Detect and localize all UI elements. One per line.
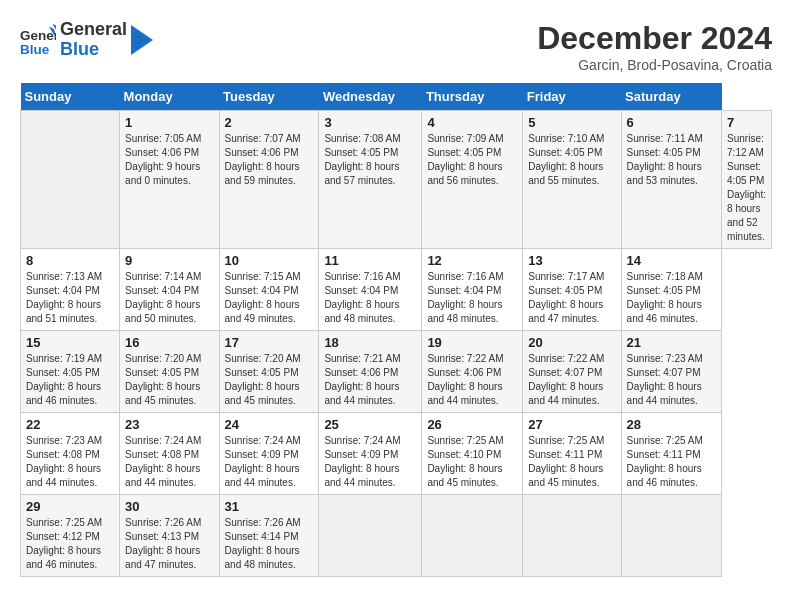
logo-blue-text: Blue (60, 40, 127, 60)
col-header-monday: Monday (120, 83, 219, 111)
day-number: 27 (528, 417, 615, 432)
col-header-sunday: Sunday (21, 83, 120, 111)
logo-arrow-icon (131, 25, 153, 55)
calendar-cell: 30 Sunrise: 7:26 AMSunset: 4:13 PMDaylig… (120, 495, 219, 577)
calendar-cell (621, 495, 721, 577)
calendar-cell: 27 Sunrise: 7:25 AMSunset: 4:11 PMDaylig… (523, 413, 621, 495)
calendar-cell (422, 495, 523, 577)
day-number: 28 (627, 417, 716, 432)
day-info: Sunrise: 7:18 AMSunset: 4:05 PMDaylight:… (627, 271, 703, 324)
day-info: Sunrise: 7:05 AMSunset: 4:06 PMDaylight:… (125, 133, 201, 186)
day-info: Sunrise: 7:12 AMSunset: 4:05 PMDaylight:… (727, 133, 766, 242)
calendar-cell: 11 Sunrise: 7:16 AMSunset: 4:04 PMDaylig… (319, 249, 422, 331)
day-info: Sunrise: 7:16 AMSunset: 4:04 PMDaylight:… (324, 271, 400, 324)
day-number: 5 (528, 115, 615, 130)
calendar-week-row: 1 Sunrise: 7:05 AMSunset: 4:06 PMDayligh… (21, 111, 772, 249)
day-info: Sunrise: 7:22 AMSunset: 4:07 PMDaylight:… (528, 353, 604, 406)
calendar-cell: 16 Sunrise: 7:20 AMSunset: 4:05 PMDaylig… (120, 331, 219, 413)
calendar-cell: 31 Sunrise: 7:26 AMSunset: 4:14 PMDaylig… (219, 495, 319, 577)
day-number: 19 (427, 335, 517, 350)
day-number: 30 (125, 499, 213, 514)
title-block: December 2024 Garcin, Brod-Posavina, Cro… (537, 20, 772, 73)
day-number: 15 (26, 335, 114, 350)
col-header-friday: Friday (523, 83, 621, 111)
calendar-cell: 23 Sunrise: 7:24 AMSunset: 4:08 PMDaylig… (120, 413, 219, 495)
calendar-cell: 24 Sunrise: 7:24 AMSunset: 4:09 PMDaylig… (219, 413, 319, 495)
logo: General Blue General Blue (20, 20, 153, 60)
day-number: 25 (324, 417, 416, 432)
day-info: Sunrise: 7:24 AMSunset: 4:09 PMDaylight:… (225, 435, 301, 488)
col-header-wednesday: Wednesday (319, 83, 422, 111)
day-number: 10 (225, 253, 314, 268)
calendar-week-row: 15 Sunrise: 7:19 AMSunset: 4:05 PMDaylig… (21, 331, 772, 413)
calendar-cell: 15 Sunrise: 7:19 AMSunset: 4:05 PMDaylig… (21, 331, 120, 413)
day-number: 9 (125, 253, 213, 268)
calendar-header-row: SundayMondayTuesdayWednesdayThursdayFrid… (21, 83, 772, 111)
day-info: Sunrise: 7:13 AMSunset: 4:04 PMDaylight:… (26, 271, 102, 324)
day-number: 7 (727, 115, 766, 130)
day-number: 22 (26, 417, 114, 432)
day-info: Sunrise: 7:21 AMSunset: 4:06 PMDaylight:… (324, 353, 400, 406)
day-number: 18 (324, 335, 416, 350)
day-info: Sunrise: 7:25 AMSunset: 4:11 PMDaylight:… (627, 435, 703, 488)
calendar-cell: 8 Sunrise: 7:13 AMSunset: 4:04 PMDayligh… (21, 249, 120, 331)
calendar-week-row: 29 Sunrise: 7:25 AMSunset: 4:12 PMDaylig… (21, 495, 772, 577)
calendar-cell: 21 Sunrise: 7:23 AMSunset: 4:07 PMDaylig… (621, 331, 721, 413)
day-info: Sunrise: 7:22 AMSunset: 4:06 PMDaylight:… (427, 353, 503, 406)
day-number: 6 (627, 115, 716, 130)
calendar-cell (523, 495, 621, 577)
calendar-cell (21, 111, 120, 249)
calendar-cell: 5 Sunrise: 7:10 AMSunset: 4:05 PMDayligh… (523, 111, 621, 249)
day-number: 12 (427, 253, 517, 268)
day-number: 16 (125, 335, 213, 350)
day-info: Sunrise: 7:25 AMSunset: 4:11 PMDaylight:… (528, 435, 604, 488)
logo-general-text: General (60, 20, 127, 40)
day-number: 17 (225, 335, 314, 350)
col-header-tuesday: Tuesday (219, 83, 319, 111)
calendar-cell: 12 Sunrise: 7:16 AMSunset: 4:04 PMDaylig… (422, 249, 523, 331)
day-info: Sunrise: 7:24 AMSunset: 4:09 PMDaylight:… (324, 435, 400, 488)
day-number: 21 (627, 335, 716, 350)
day-info: Sunrise: 7:15 AMSunset: 4:04 PMDaylight:… (225, 271, 301, 324)
day-info: Sunrise: 7:07 AMSunset: 4:06 PMDaylight:… (225, 133, 301, 186)
day-number: 2 (225, 115, 314, 130)
calendar-cell: 3 Sunrise: 7:08 AMSunset: 4:05 PMDayligh… (319, 111, 422, 249)
day-number: 31 (225, 499, 314, 514)
calendar-cell: 6 Sunrise: 7:11 AMSunset: 4:05 PMDayligh… (621, 111, 721, 249)
day-number: 14 (627, 253, 716, 268)
calendar-cell: 9 Sunrise: 7:14 AMSunset: 4:04 PMDayligh… (120, 249, 219, 331)
day-info: Sunrise: 7:25 AMSunset: 4:12 PMDaylight:… (26, 517, 102, 570)
calendar-cell: 25 Sunrise: 7:24 AMSunset: 4:09 PMDaylig… (319, 413, 422, 495)
col-header-thursday: Thursday (422, 83, 523, 111)
svg-marker-4 (131, 25, 153, 55)
calendar-week-row: 22 Sunrise: 7:23 AMSunset: 4:08 PMDaylig… (21, 413, 772, 495)
logo-icon: General Blue (20, 22, 56, 58)
calendar-cell: 18 Sunrise: 7:21 AMSunset: 4:06 PMDaylig… (319, 331, 422, 413)
day-number: 24 (225, 417, 314, 432)
day-info: Sunrise: 7:11 AMSunset: 4:05 PMDaylight:… (627, 133, 703, 186)
svg-text:Blue: Blue (20, 41, 50, 56)
day-info: Sunrise: 7:23 AMSunset: 4:07 PMDaylight:… (627, 353, 703, 406)
calendar-cell: 4 Sunrise: 7:09 AMSunset: 4:05 PMDayligh… (422, 111, 523, 249)
calendar-cell: 7 Sunrise: 7:12 AMSunset: 4:05 PMDayligh… (722, 111, 772, 249)
day-info: Sunrise: 7:09 AMSunset: 4:05 PMDaylight:… (427, 133, 503, 186)
calendar-cell: 17 Sunrise: 7:20 AMSunset: 4:05 PMDaylig… (219, 331, 319, 413)
calendar-cell: 13 Sunrise: 7:17 AMSunset: 4:05 PMDaylig… (523, 249, 621, 331)
day-number: 3 (324, 115, 416, 130)
calendar-week-row: 8 Sunrise: 7:13 AMSunset: 4:04 PMDayligh… (21, 249, 772, 331)
day-info: Sunrise: 7:19 AMSunset: 4:05 PMDaylight:… (26, 353, 102, 406)
calendar-cell: 2 Sunrise: 7:07 AMSunset: 4:06 PMDayligh… (219, 111, 319, 249)
day-number: 20 (528, 335, 615, 350)
day-info: Sunrise: 7:26 AMSunset: 4:14 PMDaylight:… (225, 517, 301, 570)
calendar-cell: 22 Sunrise: 7:23 AMSunset: 4:08 PMDaylig… (21, 413, 120, 495)
day-info: Sunrise: 7:24 AMSunset: 4:08 PMDaylight:… (125, 435, 201, 488)
day-info: Sunrise: 7:20 AMSunset: 4:05 PMDaylight:… (125, 353, 201, 406)
calendar-table: SundayMondayTuesdayWednesdayThursdayFrid… (20, 83, 772, 577)
calendar-cell: 26 Sunrise: 7:25 AMSunset: 4:10 PMDaylig… (422, 413, 523, 495)
day-info: Sunrise: 7:26 AMSunset: 4:13 PMDaylight:… (125, 517, 201, 570)
calendar-cell: 28 Sunrise: 7:25 AMSunset: 4:11 PMDaylig… (621, 413, 721, 495)
day-info: Sunrise: 7:23 AMSunset: 4:08 PMDaylight:… (26, 435, 102, 488)
page-header: General Blue General Blue December 2024 … (20, 20, 772, 73)
day-number: 11 (324, 253, 416, 268)
day-info: Sunrise: 7:20 AMSunset: 4:05 PMDaylight:… (225, 353, 301, 406)
